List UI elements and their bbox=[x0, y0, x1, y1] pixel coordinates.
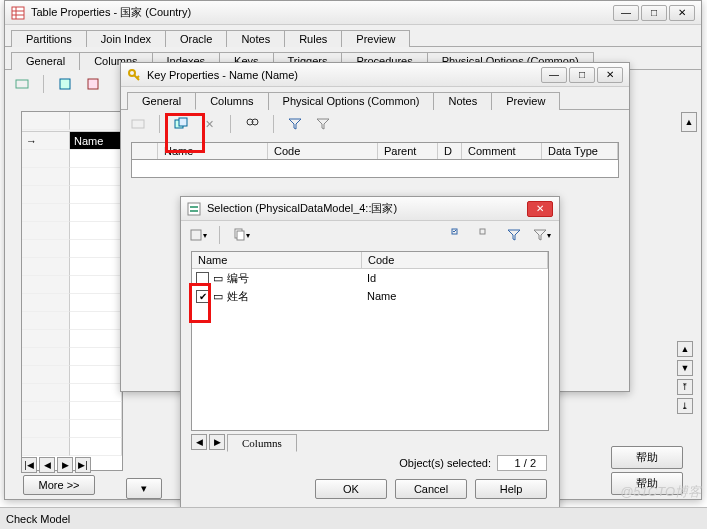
tab-preview[interactable]: Preview bbox=[341, 30, 410, 47]
svg-rect-0 bbox=[12, 7, 24, 19]
status-label: Object(s) selected: bbox=[399, 457, 491, 469]
selection-icon bbox=[187, 202, 201, 216]
grid-scroll-up-icon[interactable]: ▲ bbox=[681, 112, 697, 132]
scroll-last-icon[interactable]: ▶| bbox=[75, 457, 91, 473]
help-button-2[interactable]: 帮助 bbox=[611, 472, 683, 495]
filter-icon[interactable] bbox=[503, 224, 525, 246]
scroll-prev-icon[interactable]: ◀ bbox=[39, 457, 55, 473]
col-name[interactable]: Name bbox=[158, 143, 268, 159]
col-datatype[interactable]: Data Type bbox=[542, 143, 618, 159]
checkbox[interactable] bbox=[196, 272, 209, 285]
find-icon[interactable] bbox=[241, 113, 263, 135]
move-bottom-icon[interactable]: ⤓ bbox=[677, 398, 693, 414]
col-code[interactable]: Code bbox=[362, 252, 548, 268]
filter-clear-icon[interactable]: ▾ bbox=[531, 224, 553, 246]
row-pointer-icon: → bbox=[26, 135, 37, 147]
col-d[interactable]: D bbox=[438, 143, 462, 159]
svg-rect-12 bbox=[179, 118, 187, 126]
tab-scroll-right-icon[interactable]: ▶ bbox=[209, 434, 225, 450]
svg-rect-10 bbox=[132, 120, 144, 128]
properties-icon[interactable] bbox=[11, 73, 33, 95]
insert-icon[interactable] bbox=[54, 73, 76, 95]
add-columns-icon[interactable] bbox=[170, 113, 192, 135]
tab-joinindex[interactable]: Join Index bbox=[86, 30, 166, 47]
svg-rect-6 bbox=[88, 79, 98, 89]
dropdown-button[interactable]: ▾ bbox=[126, 478, 162, 499]
help-button[interactable]: Help bbox=[475, 479, 547, 499]
tab-columns[interactable]: Columns bbox=[195, 92, 268, 110]
tab-scroll-left-icon[interactable]: ◀ bbox=[191, 434, 207, 450]
window-title: Selection (PhysicalDataModel_4::国家) bbox=[207, 201, 521, 216]
max-button[interactable]: □ bbox=[641, 5, 667, 21]
svg-rect-5 bbox=[60, 79, 70, 89]
grid-empty-row[interactable] bbox=[131, 160, 619, 178]
svg-rect-22 bbox=[480, 229, 485, 234]
item-code: Name bbox=[367, 290, 396, 302]
scroll-next-icon[interactable]: ▶ bbox=[57, 457, 73, 473]
tab-physopts[interactable]: Physical Options (Common) bbox=[268, 92, 435, 110]
window-title: Table Properties - 国家 (Country) bbox=[31, 5, 607, 20]
svg-rect-20 bbox=[237, 231, 244, 240]
filter-icon[interactable] bbox=[284, 113, 306, 135]
status-bar-text: Check Model bbox=[6, 513, 70, 525]
copy-icon[interactable]: ▾ bbox=[230, 224, 252, 246]
item-code: Id bbox=[367, 272, 376, 284]
tab-partitions[interactable]: Partitions bbox=[11, 30, 87, 47]
customize-icon[interactable]: ▾ bbox=[187, 224, 209, 246]
item-name: 姓名 bbox=[227, 289, 367, 304]
grid-cell-name[interactable]: Name bbox=[70, 132, 122, 150]
select-none-icon[interactable] bbox=[475, 224, 497, 246]
help-button[interactable]: 帮助 bbox=[611, 446, 683, 469]
cancel-button[interactable]: Cancel bbox=[395, 479, 467, 499]
filter2-icon[interactable] bbox=[312, 113, 334, 135]
list-item[interactable]: ▭ 编号 Id bbox=[192, 269, 548, 287]
tab-preview[interactable]: Preview bbox=[491, 92, 560, 110]
col-code[interactable]: Code bbox=[268, 143, 378, 159]
col-blank bbox=[132, 143, 158, 159]
scroll-first-icon[interactable]: |◀ bbox=[21, 457, 37, 473]
tab-general[interactable]: General bbox=[11, 52, 80, 70]
table-icon bbox=[11, 6, 25, 20]
svg-rect-4 bbox=[16, 80, 28, 88]
move-down-icon[interactable]: ▼ bbox=[677, 360, 693, 376]
move-up-icon[interactable]: ▲ bbox=[677, 341, 693, 357]
move-top-icon[interactable]: ⤒ bbox=[677, 379, 693, 395]
tab-notes[interactable]: Notes bbox=[226, 30, 285, 47]
properties-icon[interactable] bbox=[127, 113, 149, 135]
column-icon: ▭ bbox=[213, 272, 223, 285]
svg-rect-16 bbox=[190, 206, 198, 208]
max-button[interactable]: □ bbox=[569, 67, 595, 83]
close-button[interactable]: ✕ bbox=[527, 201, 553, 217]
item-name: 编号 bbox=[227, 271, 367, 286]
close-button[interactable]: ✕ bbox=[669, 5, 695, 21]
more-button[interactable]: More >> bbox=[23, 475, 95, 495]
ok-button[interactable]: OK bbox=[315, 479, 387, 499]
min-button[interactable]: — bbox=[613, 5, 639, 21]
col-parent[interactable]: Parent bbox=[378, 143, 438, 159]
tab-oracle[interactable]: Oracle bbox=[165, 30, 227, 47]
tab-columns[interactable]: Columns bbox=[227, 434, 297, 452]
window-title: Key Properties - Name (Name) bbox=[147, 69, 535, 81]
delete-icon[interactable]: ✕ bbox=[198, 113, 220, 135]
tab-rules[interactable]: Rules bbox=[284, 30, 342, 47]
col-comment[interactable]: Comment bbox=[462, 143, 542, 159]
list-item[interactable]: ✔ ▭ 姓名 Name bbox=[192, 287, 548, 305]
min-button[interactable]: — bbox=[541, 67, 567, 83]
col-name[interactable]: Name bbox=[192, 252, 362, 268]
close-button[interactable]: ✕ bbox=[597, 67, 623, 83]
add-icon[interactable] bbox=[82, 73, 104, 95]
key-icon bbox=[127, 68, 141, 82]
tab-general[interactable]: General bbox=[127, 92, 196, 110]
svg-rect-17 bbox=[190, 210, 198, 212]
svg-line-9 bbox=[137, 76, 139, 78]
keys-grid[interactable]: →Name bbox=[21, 111, 123, 471]
status-count: 1 / 2 bbox=[497, 455, 547, 471]
checkbox-checked[interactable]: ✔ bbox=[196, 290, 209, 303]
tab-notes[interactable]: Notes bbox=[433, 92, 492, 110]
svg-rect-18 bbox=[191, 230, 201, 240]
svg-rect-15 bbox=[188, 203, 200, 215]
column-icon: ▭ bbox=[213, 290, 223, 303]
select-all-icon[interactable] bbox=[447, 224, 469, 246]
